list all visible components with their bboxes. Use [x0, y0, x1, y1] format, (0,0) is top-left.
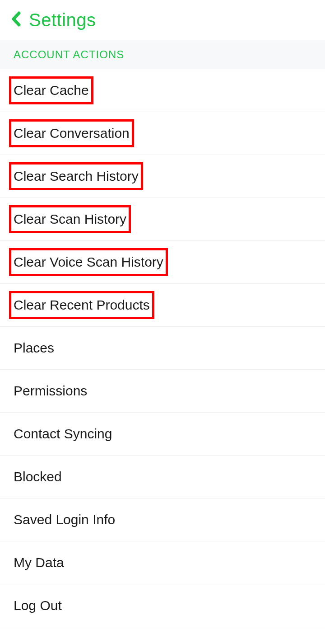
settings-item-contact-syncing[interactable]: Contact Syncing — [0, 413, 325, 456]
settings-item-label: Clear Conversation — [14, 126, 130, 141]
settings-item-label: Clear Cache — [14, 83, 89, 98]
settings-item-label: My Data — [14, 555, 64, 570]
settings-item-label: Clear Recent Products — [14, 297, 150, 313]
settings-item-saved-login-info[interactable]: Saved Login Info — [0, 498, 325, 541]
settings-item-label: Saved Login Info — [14, 512, 115, 527]
page-title: Settings — [29, 10, 96, 30]
settings-item-label: Clear Scan History — [14, 212, 126, 227]
settings-list: Clear CacheClear ConversationClear Searc… — [0, 69, 325, 627]
settings-item-log-out[interactable]: Log Out — [0, 584, 325, 627]
settings-item-label: Permissions — [14, 383, 87, 399]
settings-item-label: Blocked — [14, 469, 62, 484]
settings-item-label: Clear Voice Scan History — [14, 254, 163, 270]
settings-item-label: Places — [14, 340, 54, 356]
settings-item-clear-cache[interactable]: Clear Cache — [0, 69, 325, 112]
settings-item-label: Clear Search History — [14, 169, 139, 184]
settings-item-clear-search-history[interactable]: Clear Search History — [0, 155, 325, 198]
settings-item-clear-scan-history[interactable]: Clear Scan History — [0, 198, 325, 241]
settings-item-places[interactable]: Places — [0, 327, 325, 370]
settings-item-label: Log Out — [14, 598, 62, 613]
settings-item-clear-voice-scan-history[interactable]: Clear Voice Scan History — [0, 241, 325, 284]
settings-item-my-data[interactable]: My Data — [0, 541, 325, 584]
settings-item-blocked[interactable]: Blocked — [0, 456, 325, 498]
settings-item-clear-conversation[interactable]: Clear Conversation — [0, 112, 325, 155]
settings-header: Settings — [0, 0, 325, 40]
settings-item-clear-recent-products[interactable]: Clear Recent Products — [0, 284, 325, 327]
settings-item-label: Contact Syncing — [14, 426, 112, 442]
settings-item-permissions[interactable]: Permissions — [0, 370, 325, 413]
section-header-account-actions: ACCOUNT ACTIONS — [0, 40, 325, 69]
back-icon[interactable] — [11, 11, 21, 29]
